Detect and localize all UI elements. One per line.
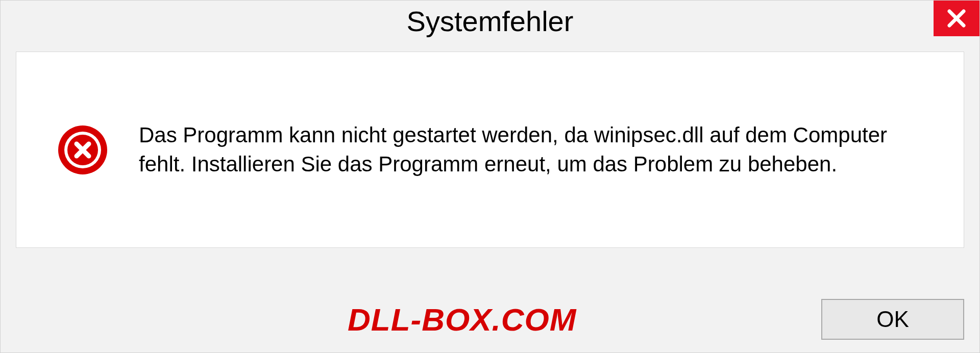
- content-panel: Das Programm kann nicht gestartet werden…: [16, 52, 964, 248]
- error-dialog: Systemfehler Das Programm kann nicht ges…: [0, 0, 980, 353]
- close-icon: [946, 8, 967, 29]
- footer: DLL-BOX.COM OK: [16, 299, 964, 340]
- dialog-title: Systemfehler: [407, 5, 574, 38]
- titlebar: Systemfehler: [1, 1, 979, 41]
- close-button[interactable]: [934, 1, 979, 36]
- error-message: Das Programm kann nicht gestartet werden…: [139, 121, 933, 179]
- ok-button[interactable]: OK: [821, 299, 964, 340]
- watermark-text: DLL-BOX.COM: [348, 301, 576, 338]
- error-icon: [57, 124, 108, 175]
